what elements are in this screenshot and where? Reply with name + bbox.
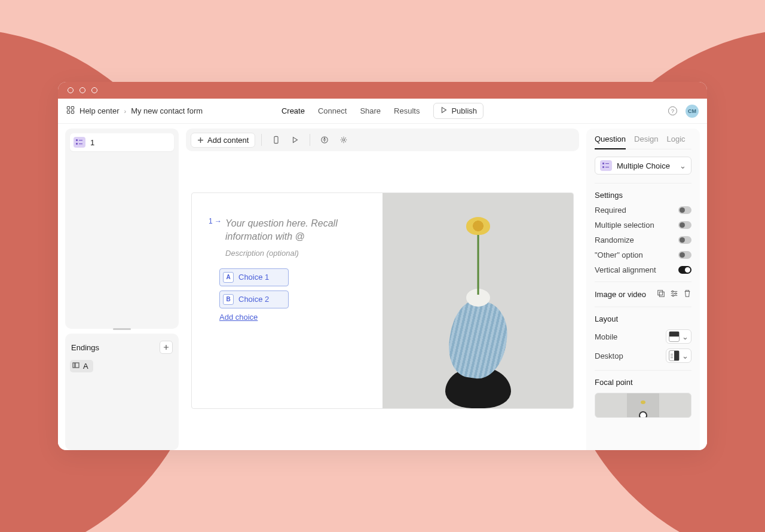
delete-image-icon[interactable] (683, 289, 691, 299)
svg-point-13 (343, 139, 345, 141)
form-content: 1 Your question here. Recall information… (192, 193, 382, 408)
choice-label: Choice 2 (238, 295, 269, 304)
setting-label: Randomize (595, 236, 634, 244)
question-index: 1 (209, 217, 222, 266)
svg-rect-0 (67, 106, 69, 109)
tab-logic[interactable]: Logic (667, 134, 686, 149)
top-nav: Create Connect Share Results Publish (281, 103, 484, 119)
focal-point-preview[interactable] (595, 393, 691, 418)
question-input[interactable]: Your question here. Recall information w… (225, 217, 372, 244)
nav-results[interactable]: Results (394, 106, 420, 115)
setting-required: Required (595, 206, 691, 215)
layout-mobile-row: Mobile ⌄ (595, 329, 691, 344)
app-window: Help center › My new contact form Create… (58, 82, 707, 450)
layout-title: Layout (595, 314, 691, 323)
description-input[interactable]: Description (optional) (225, 249, 372, 258)
breadcrumb-workspace[interactable]: Help center (79, 106, 119, 115)
filters-icon[interactable] (670, 289, 678, 299)
multiple-choice-icon (600, 160, 612, 171)
chevron-down-icon: ⌄ (680, 161, 686, 170)
svg-rect-8 (73, 363, 75, 368)
chevron-down-icon: ⌄ (682, 351, 688, 360)
choice-option[interactable]: A Choice 1 (219, 268, 289, 286)
breadcrumb-form-name[interactable]: My new contact form (131, 106, 203, 115)
question-card[interactable]: 1 (70, 133, 174, 151)
choice-label: Choice 1 (238, 273, 269, 282)
chevron-down-icon: ⌄ (682, 332, 688, 341)
question-type-label: Multiple Choice (617, 161, 670, 170)
avatar[interactable]: CM (686, 105, 699, 118)
nav-connect[interactable]: Connect (318, 106, 347, 115)
focal-point-title: Focal point (595, 378, 691, 387)
svg-rect-9 (75, 363, 79, 368)
panel-resize-handle[interactable] (113, 328, 131, 330)
center-panel: Add content (186, 129, 579, 450)
image-or-video-row: Image or video (595, 289, 691, 299)
setting-multiple-selection: Multiple selection (595, 221, 691, 230)
mobile-preview-icon[interactable] (268, 132, 284, 148)
tab-design[interactable]: Design (634, 134, 658, 149)
ending-card[interactable]: A (70, 360, 93, 372)
svg-point-22 (672, 295, 674, 296)
toggle-vertical-alignment[interactable] (678, 266, 691, 274)
window-minimize-dot[interactable] (79, 87, 85, 93)
svg-rect-5 (79, 140, 82, 140)
svg-rect-6 (76, 143, 78, 145)
nav-share[interactable]: Share (360, 106, 381, 115)
toggle-multiple-selection[interactable] (678, 221, 691, 229)
add-content-button[interactable]: Add content (191, 133, 255, 148)
ending-icon (72, 362, 79, 371)
svg-rect-3 (71, 111, 74, 113)
window-close-dot[interactable] (68, 87, 74, 93)
accessibility-icon[interactable] (316, 132, 333, 148)
layout-mobile-label: Mobile (595, 332, 617, 341)
breadcrumb: Help center › My new contact form (66, 106, 203, 116)
publish-label: Publish (451, 106, 477, 115)
right-panel: Question Design Logic Multiple Choice ⌄ (586, 129, 700, 450)
svg-rect-19 (659, 292, 664, 296)
image-section-title: Image or video (595, 290, 646, 299)
setting-other-option: "Other" option (595, 250, 691, 259)
question-type-select[interactable]: Multiple Choice ⌄ (595, 157, 691, 175)
chevron-right-icon: › (124, 108, 126, 115)
setting-label: Vertical alignment (595, 265, 656, 274)
setting-label: "Other" option (595, 250, 643, 259)
toggle-required[interactable] (678, 206, 691, 214)
layout-mobile-picker[interactable]: ⌄ (666, 329, 691, 344)
choice-option[interactable]: B Choice 2 (219, 291, 289, 308)
setting-randomize: Randomize (595, 236, 691, 244)
edit-image-icon[interactable] (657, 289, 665, 299)
svg-rect-1 (71, 106, 74, 109)
ending-label: A (83, 362, 88, 371)
settings-gear-icon[interactable] (335, 132, 352, 148)
setting-label: Required (595, 206, 626, 215)
question-number: 1 (90, 138, 94, 147)
layout-desktop-row: Desktop ⌄ (595, 348, 691, 363)
settings-title: Settings (595, 191, 691, 200)
layout-desktop-picker[interactable]: ⌄ (666, 348, 691, 363)
left-panel: 1 Endings A (65, 129, 179, 450)
svg-point-20 (672, 291, 674, 292)
window-maximize-dot[interactable] (91, 87, 97, 93)
publish-button[interactable]: Publish (433, 103, 484, 119)
svg-rect-17 (605, 167, 609, 167)
add-content-label: Add content (207, 136, 249, 145)
help-icon[interactable]: ? (668, 106, 677, 115)
choice-key: B (223, 294, 234, 305)
endings-title: Endings (71, 343, 99, 352)
form-preview: 1 Your question here. Recall information… (191, 192, 574, 409)
svg-rect-15 (605, 163, 609, 164)
publish-play-icon (439, 106, 448, 116)
tab-question[interactable]: Question (595, 134, 626, 149)
toggle-other-option[interactable] (678, 251, 691, 259)
svg-rect-16 (602, 166, 604, 168)
svg-rect-10 (274, 136, 278, 143)
multiple-choice-icon (74, 137, 85, 148)
preview-play-icon[interactable] (287, 132, 304, 148)
workspace-icon (66, 106, 75, 116)
nav-create[interactable]: Create (281, 106, 305, 115)
form-image[interactable] (382, 193, 573, 408)
add-choice-button[interactable]: Add choice (219, 313, 372, 322)
toggle-randomize[interactable] (678, 236, 691, 244)
add-ending-button[interactable] (160, 341, 173, 354)
